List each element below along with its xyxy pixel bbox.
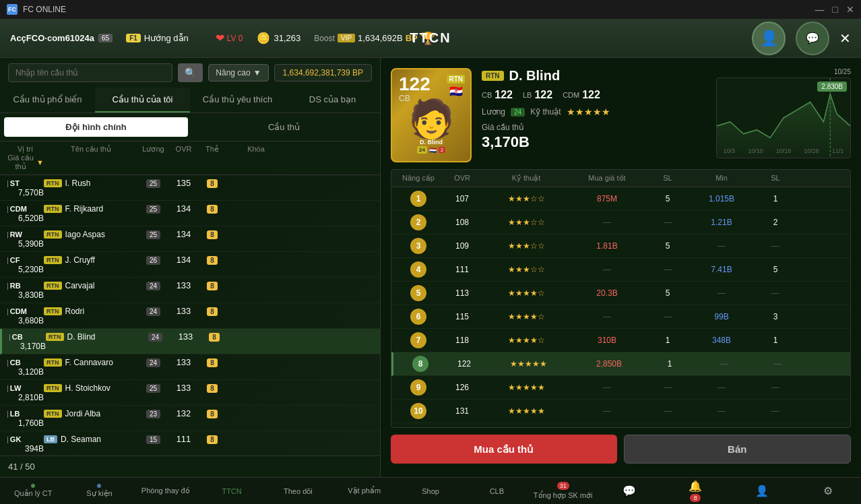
nav-item-clb[interactable]: CLB	[464, 484, 530, 499]
nav-icon-item[interactable]: 💬	[596, 481, 662, 501]
upgrade-table: Nâng cấp OVR Kỹ thuật Mua giá tốt SL Min…	[391, 169, 851, 428]
table-row[interactable]: | GK LB D. Seaman 15 111 8 394B	[0, 431, 380, 455]
upgrade-buy-price: 1.81B	[567, 241, 647, 251]
tab-popular[interactable]: Cầu thủ phổ biến	[0, 88, 95, 113]
player-lv: 24	[138, 357, 168, 367]
nav-label: Theo dõi	[284, 487, 313, 495]
upgrade-level: 6	[398, 309, 439, 325]
upgrade-row: 7 118 ★★★★☆ 310B 1 348B 1	[391, 329, 850, 352]
player-ovr: 133	[168, 383, 199, 393]
upgrade-buy-price: —	[567, 265, 647, 274]
table-row[interactable]: | LB RTN Jordi Alba 23 132 8 1,760B	[0, 406, 380, 431]
nav-item-quảnlýct[interactable]: Quản lý CT	[0, 480, 66, 501]
lv-detail-label: Lương	[482, 107, 505, 117]
upgrade-col-ovr: OVR	[439, 174, 486, 183]
player-price: 6,520B	[7, 214, 44, 223]
table-row[interactable]: | CDM RTN Rodri 24 133 8 3,680B	[0, 303, 380, 329]
player-card-image: 122 CB RTN 🇭🇷 🧑 D. Blind 24 🇳🇱 2	[391, 68, 472, 162]
table-row[interactable]: | ST RTN I. Rush 25 135 8 7,570B	[0, 175, 380, 201]
upgrade-stars: ★★★☆☆	[486, 241, 567, 251]
pos-badge: | RB	[7, 282, 44, 290]
card-nation-flag: 🇳🇱	[429, 147, 437, 154]
player-ovr: 134	[168, 203, 199, 214]
table-row[interactable]: | RW RTN Iago Aspas 25 134 8 5,390B	[0, 226, 380, 252]
player-card: 8	[199, 357, 226, 367]
upgrade-min-sl: —	[757, 359, 798, 369]
nav-icon-item[interactable]: 👤	[728, 481, 794, 501]
app-icon: FC	[7, 4, 18, 15]
nav-item-theodõi[interactable]: Theo dõi	[265, 484, 331, 499]
upgrade-ovr: 126	[439, 383, 486, 392]
player-ovr: 133	[168, 280, 199, 290]
nav-item-ttcn[interactable]: TTCN	[199, 484, 265, 499]
ttcn-close-btn[interactable]: ✕	[839, 30, 851, 46]
upgrade-min-price: 1.21B	[688, 218, 755, 227]
guide-label: Hướng dẫn	[144, 33, 189, 43]
lv-text: LV 0	[227, 34, 243, 43]
player-ovr: 133	[168, 357, 199, 367]
window-controls[interactable]: — □ ✕	[815, 4, 854, 15]
nav-item-shop[interactable]: Shop	[397, 484, 464, 499]
pos-prefix: |	[7, 435, 9, 443]
upgrade-level: 5	[398, 285, 439, 301]
player-name: D. Blind	[67, 332, 96, 342]
nav-item-vậtphẩm[interactable]: Vật phẩm	[331, 483, 397, 499]
chat-icon[interactable]: 💬	[796, 22, 829, 55]
close-window-btn[interactable]: ✕	[846, 4, 854, 15]
player-lv: 24	[138, 280, 168, 290]
tab-watchlist[interactable]: DS của bạn	[285, 88, 380, 113]
tab-my-players[interactable]: Cầu thủ của tôi	[95, 88, 190, 113]
upgrade-buy-price: 875M	[567, 194, 647, 203]
table-row[interactable]: | LW RTN H. Stoichkov 25 133 8 2,810B	[0, 380, 380, 406]
upgrade-buy-sl: 5	[647, 194, 688, 203]
table-row[interactable]: | CB RTN D. Blind 24 133 8 3,170B	[0, 329, 380, 354]
player-card: 8	[201, 332, 228, 342]
price-chart: 2,830B 10/3 10	[716, 77, 851, 158]
nav-item-phòngthayđồ[interactable]: Phòng thay đồ	[133, 483, 199, 499]
top-header: AcçFCO·com61024a 65 F1 Hướng dẫn ❤ LV 0 …	[0, 19, 861, 58]
player-card: 8	[199, 255, 226, 265]
player-card: 8	[199, 203, 226, 214]
upgrade-col-sl1: SL	[647, 174, 688, 183]
upgrade-level: 3	[398, 238, 439, 254]
minimize-btn[interactable]: —	[815, 4, 825, 15]
upgrade-row: 6 115 ★★★★☆ — — 99B 3	[391, 305, 850, 329]
player-badge: LB	[44, 435, 57, 443]
upgrade-ovr: 111	[439, 265, 486, 274]
table-row[interactable]: | RB RTN Carvajal 24 133 8 3,830B	[0, 278, 380, 303]
player-name-cell: RTN J. Cruyff	[44, 255, 138, 265]
nav-dot-green	[31, 484, 35, 488]
nav-label: TTCN	[222, 487, 241, 495]
player-price: 1,760B	[7, 418, 44, 428]
search-button[interactable]: 🔍	[178, 63, 203, 82]
upgrade-buy-sl: 5	[647, 288, 688, 298]
f1-badge: F1	[126, 34, 141, 42]
sub-tab-main-lineup[interactable]: Đội hình chính	[4, 117, 188, 137]
guide-button[interactable]: F1 Hướng dẫn	[126, 33, 189, 43]
upgrade-min-sl: 1	[755, 336, 796, 345]
upgrade-level: 10	[398, 403, 439, 419]
card-extra-badge: 2	[439, 147, 445, 153]
table-row[interactable]: | CF RTN J. Cruyff 26 134 8 5,230B	[0, 252, 380, 278]
upgrade-min-sl: —	[755, 406, 796, 416]
col-pos: Vị trí	[7, 145, 44, 154]
nav-icon-item[interactable]: ⚙	[795, 481, 861, 501]
nav-item-sựkiện[interactable]: Sự kiện	[66, 480, 132, 501]
nav-icon-item[interactable]: 🔔8	[662, 476, 728, 504]
search-input[interactable]	[8, 63, 172, 82]
tab-favorites[interactable]: Cầu thủ yêu thích	[190, 88, 285, 113]
upgrade-stars: ★★★★☆	[486, 288, 567, 298]
table-row[interactable]: | CDM RTN F. Rijkaard 25 134 8 6,520B	[0, 201, 380, 226]
player-lv: 25	[138, 203, 168, 214]
advanced-button[interactable]: Nâng cao ▼	[208, 64, 268, 82]
sub-tab-players[interactable]: Cầu thủ	[192, 117, 376, 137]
cdm-val: 122	[582, 89, 600, 101]
col-price: Giá cầu thủ ▼	[7, 154, 44, 171]
buy-button[interactable]: Mua cầu thủ	[391, 435, 617, 464]
maximize-btn[interactable]: □	[833, 4, 838, 15]
table-row[interactable]: | CB RTN F. Cannavaro 24 133 8 3,120B	[0, 354, 380, 380]
sell-button[interactable]: Bán	[624, 435, 852, 464]
nav-item-tổnghợpskmới[interactable]: 31Tổng hợp SK mới	[530, 478, 596, 503]
upgrade-ovr: 118	[439, 336, 486, 345]
account-section: AcçFCO·com61024a 65	[10, 33, 113, 43]
